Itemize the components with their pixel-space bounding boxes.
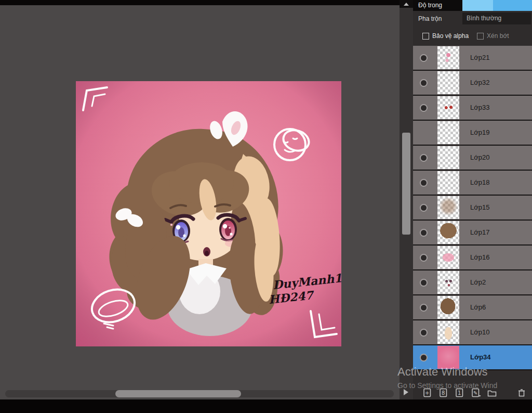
layer-row-Lớp6[interactable]: Lớp6	[413, 295, 532, 320]
layer-row-Lớp32[interactable]: Lớp32	[413, 71, 532, 96]
layer-visibility-toggle[interactable]	[420, 329, 428, 337]
blend-label: Pha trộn	[413, 15, 462, 22]
layer-visibility-toggle[interactable]	[420, 154, 428, 162]
new-layer-icon[interactable]: +	[422, 388, 433, 398]
layer-name: Lớp32	[470, 79, 489, 86]
drawing-canvas[interactable]: DuyManh14 HĐ247	[76, 81, 341, 346]
layer-name: Lớp2	[470, 278, 486, 286]
layer-thumbnail[interactable]	[437, 96, 459, 119]
layer-visibility-toggle[interactable]	[420, 354, 428, 362]
clipping-checkbox[interactable]	[477, 33, 484, 40]
layer-name: Lớp33	[470, 104, 489, 111]
opacity-slider[interactable]	[462, 0, 532, 11]
layer-name: Lớp6	[470, 303, 486, 311]
layer-row-Lớp34[interactable]: Lớp34	[413, 345, 532, 370]
layer-row-Lớp16[interactable]: Lớp16	[413, 246, 532, 270]
layer-name: Lớp20	[470, 153, 489, 161]
delete-layer-icon[interactable]	[516, 388, 527, 398]
layer-row-Lớp15[interactable]: Lớp15	[413, 196, 532, 221]
horizontal-scrollbar[interactable]	[5, 390, 394, 397]
layer-name: Lớp17	[470, 228, 489, 236]
new-8bit-layer-icon[interactable]: 8	[438, 388, 449, 398]
horizontal-scrollbar-thumb[interactable]	[115, 390, 241, 397]
layer-row-Lớp2[interactable]: Lớp2	[413, 270, 532, 295]
layer-visibility-toggle[interactable]	[420, 279, 428, 287]
layer-list: Lớp21Lớp32Lớp33Lớp19Lớp20Lớp18Lớp15Lớp17…	[413, 46, 532, 370]
blend-mode-select[interactable]: Bình thường	[462, 12, 531, 24]
layer-thumbnail[interactable]	[437, 46, 459, 69]
alpha-lock-checkbox[interactable]	[422, 33, 429, 40]
blend-row: Pha trộn Bình thường	[413, 11, 532, 26]
layer-name: Lớp16	[470, 253, 489, 261]
layer-thumbnail[interactable]	[437, 321, 459, 344]
clipping-label: Xén bớt	[487, 32, 509, 40]
layer-name: Lớp15	[470, 203, 489, 211]
layer-name: Lớp10	[470, 328, 489, 336]
layer-thumbnail[interactable]	[437, 221, 459, 244]
svg-text:+: +	[425, 390, 429, 396]
layer-visibility-toggle[interactable]	[420, 229, 428, 237]
layer-thumbnail[interactable]	[437, 71, 459, 94]
layer-thumbnail[interactable]	[437, 196, 459, 219]
layer-visibility-toggle[interactable]	[420, 254, 428, 262]
layer-visibility-toggle[interactable]	[420, 79, 428, 87]
layers-panel: Độ trong Pha trộn Bình thường Bảo vệ alp…	[413, 0, 532, 399]
layer-visibility-toggle[interactable]	[420, 104, 428, 112]
artwork-illustration: DuyManh14 HĐ247	[76, 81, 341, 346]
layer-visibility-toggle[interactable]	[420, 304, 428, 312]
layer-thumbnail[interactable]	[437, 296, 459, 319]
opacity-row: Độ trong	[413, 0, 532, 11]
layer-visibility-toggle[interactable]	[420, 204, 428, 212]
new-folder-icon[interactable]	[487, 388, 497, 398]
layer-thumbnail[interactable]	[437, 271, 459, 294]
layer-thumbnail[interactable]	[437, 246, 459, 269]
layer-row-Lớp19[interactable]: Lớp19	[413, 121, 532, 146]
layers-toolbar: +81✎	[413, 386, 532, 399]
layer-row-Lớp18[interactable]: Lớp18	[413, 171, 532, 196]
panel-expand-arrow-icon[interactable]	[404, 389, 408, 395]
bottom-black-strip	[0, 399, 532, 413]
alpha-lock-label: Bảo vệ alpha	[432, 32, 469, 40]
layer-thumbnail[interactable]	[437, 346, 459, 369]
layer-thumbnail[interactable]	[437, 121, 459, 144]
layer-thumbnail[interactable]	[437, 171, 459, 194]
svg-text:8: 8	[442, 390, 445, 396]
top-black-strip	[0, 0, 400, 5]
layer-visibility-toggle[interactable]	[420, 54, 428, 62]
layer-name: Lớp19	[470, 128, 489, 136]
layer-convert-icon[interactable]: ✎	[471, 388, 481, 398]
layer-name: Lớp18	[470, 178, 489, 186]
vertical-scrollbar[interactable]	[400, 0, 413, 399]
vertical-scrollbar-thumb[interactable]	[402, 133, 410, 235]
layer-visibility-toggle[interactable]	[420, 179, 428, 187]
layer-name: Lớp21	[470, 54, 489, 61]
layer-row-Lớp10[interactable]: Lớp10	[413, 320, 532, 345]
layer-row-Lớp33[interactable]: Lớp33	[413, 96, 532, 121]
layer-row-Lớp20[interactable]: Lớp20	[413, 146, 532, 171]
layer-row-Lớp17[interactable]: Lớp17	[413, 221, 532, 246]
layer-name: Lớp34	[470, 353, 491, 361]
svg-text:1: 1	[458, 390, 461, 396]
new-1bit-layer-icon[interactable]: 1	[455, 388, 465, 398]
opacity-label: Độ trong	[413, 0, 462, 11]
layer-thumbnail[interactable]	[437, 146, 459, 169]
svg-text:✎: ✎	[473, 390, 477, 396]
scroll-up-arrow-icon[interactable]	[400, 0, 413, 8]
opacity-slider-fill	[462, 0, 493, 11]
paint-app-window: DuyManh14 HĐ247 Độ trong Pha trộn Bình t…	[0, 0, 532, 413]
layer-row-Lớp21[interactable]: Lớp21	[413, 46, 532, 71]
layer-options-row: Bảo vệ alpha Xén bớt	[413, 26, 532, 46]
